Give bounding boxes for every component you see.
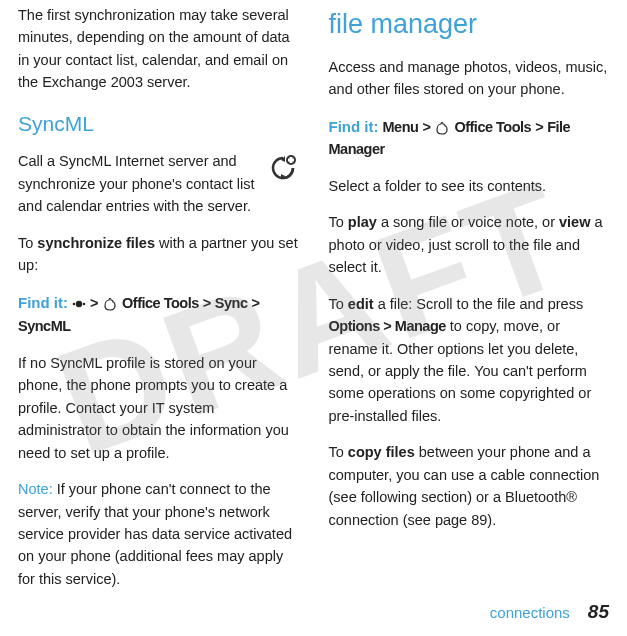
center-key-icon bbox=[72, 293, 86, 315]
note-label: Note: bbox=[18, 481, 53, 497]
findit-label: Find it: bbox=[329, 118, 379, 135]
page-body: The first synchronization may take sever… bbox=[0, 0, 627, 604]
gt: > bbox=[203, 295, 211, 311]
nav-menu: Menu bbox=[383, 119, 419, 135]
no-profile-paragraph: If no SyncML profile is stored on your p… bbox=[18, 352, 299, 464]
text: To bbox=[329, 296, 348, 312]
text: a song file or voice note, or bbox=[377, 214, 559, 230]
copy-files-bold: copy files bbox=[348, 444, 415, 460]
svg-point-3 bbox=[73, 302, 76, 305]
text: To bbox=[18, 235, 37, 251]
sync-files-paragraph: To synchronize files with a partner you … bbox=[18, 232, 299, 277]
nav-sync: Sync bbox=[215, 295, 248, 311]
syncml-paragraph-wrap: Call a SyncML Internet server and synchr… bbox=[18, 150, 299, 217]
findit-line-right: Find it: Menu > Office Tools > File Mana… bbox=[329, 115, 610, 161]
syncml-heading: SyncML bbox=[18, 108, 299, 141]
nav-syncml: SyncML bbox=[18, 318, 71, 334]
select-folder-paragraph: Select a folder to see its contents. bbox=[329, 175, 610, 197]
fm-intro-paragraph: Access and manage photos, videos, music,… bbox=[329, 56, 610, 101]
hand-icon bbox=[102, 295, 118, 309]
svg-point-5 bbox=[83, 302, 86, 305]
copy-files-paragraph: To copy files between your phone and a c… bbox=[329, 441, 610, 531]
intro-paragraph: The first synchronization may take sever… bbox=[18, 4, 299, 94]
footer-section-label: connections bbox=[490, 601, 570, 624]
text: a file: Scroll to the file and press bbox=[374, 296, 584, 312]
text: To bbox=[329, 214, 348, 230]
findit-label: Find it: bbox=[18, 294, 68, 311]
syncml-paragraph: Call a SyncML Internet server and synchr… bbox=[18, 153, 255, 214]
svg-point-4 bbox=[76, 301, 82, 307]
edit-paragraph: To edit a file: Scroll to the file and p… bbox=[329, 293, 610, 428]
note-paragraph: Note: If your phone can't connect to the… bbox=[18, 478, 299, 590]
play-view-paragraph: To play a song file or voice note, or vi… bbox=[329, 211, 610, 278]
synchronize-files-bold: synchronize files bbox=[37, 235, 155, 251]
file-manager-heading: file manager bbox=[329, 4, 610, 46]
nav-officetools: Office Tools bbox=[122, 295, 199, 311]
svg-rect-2 bbox=[288, 159, 294, 162]
text: To bbox=[329, 444, 348, 460]
left-column: The first synchronization may take sever… bbox=[18, 4, 299, 604]
view-bold: view bbox=[559, 214, 590, 230]
gt: > bbox=[380, 318, 395, 334]
sync-plus-icon bbox=[267, 152, 299, 184]
note-text: If your phone can't connect to the serve… bbox=[18, 481, 292, 587]
hand-icon bbox=[434, 119, 450, 133]
footer-page-number: 85 bbox=[588, 597, 609, 626]
gt: > bbox=[535, 119, 543, 135]
findit-line-left: Find it: > Office Tools > Sync > SyncML bbox=[18, 291, 299, 338]
play-bold: play bbox=[348, 214, 377, 230]
gt: > bbox=[90, 295, 98, 311]
edit-bold: edit bbox=[348, 296, 374, 312]
nav-manage: Manage bbox=[395, 318, 446, 334]
gt: > bbox=[422, 119, 430, 135]
page-footer: connections 85 bbox=[490, 597, 609, 626]
gt: > bbox=[252, 295, 260, 311]
nav-options: Options bbox=[329, 318, 380, 334]
right-column: file manager Access and manage photos, v… bbox=[329, 4, 610, 604]
nav-officetools: Office Tools bbox=[454, 119, 531, 135]
